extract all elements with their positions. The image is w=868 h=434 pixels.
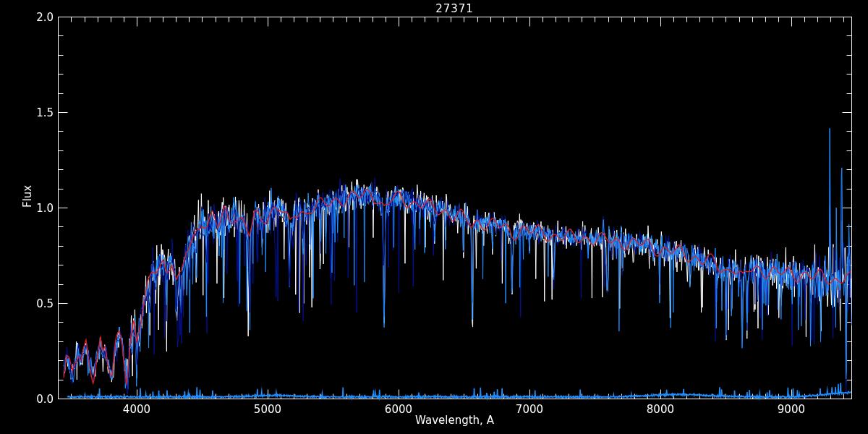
y-tick-label: 0.5 xyxy=(0,298,54,310)
y-tick-label: 0.0 xyxy=(0,393,54,405)
x-tick-label: 7000 xyxy=(508,403,551,416)
x-tick-label: 6000 xyxy=(377,403,420,416)
chart-title: 27371 xyxy=(58,2,851,15)
y-tick-label: 1.5 xyxy=(0,107,54,119)
y-tick-label: 2.0 xyxy=(0,12,54,23)
spectrum-canvas xyxy=(0,0,868,434)
x-axis-label: Wavelength, A xyxy=(58,414,851,427)
x-tick-label: 4000 xyxy=(115,403,158,416)
x-tick-label: 9000 xyxy=(770,403,813,416)
x-tick-label: 5000 xyxy=(246,403,289,416)
spectrum-figure: 27371 Wavelength, A Flux 400050006000700… xyxy=(0,0,868,434)
y-tick-label: 1.0 xyxy=(0,203,54,214)
x-tick-label: 8000 xyxy=(639,403,682,416)
